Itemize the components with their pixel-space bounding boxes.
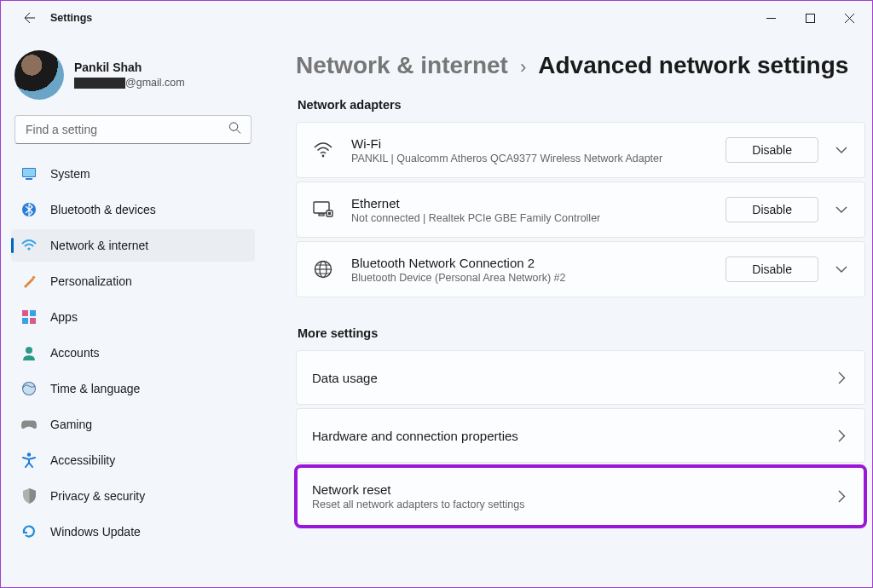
sidebar-item-apps[interactable]: Apps (11, 301, 255, 333)
wifi-icon (312, 139, 334, 161)
section-header-adapters: Network adapters (298, 98, 865, 112)
svg-rect-15 (30, 318, 36, 324)
adapter-list: Wi-Fi PANKIL | Qualcomm Atheros QCA9377 … (296, 122, 865, 297)
gaming-icon (21, 417, 37, 432)
search-icon (228, 122, 241, 138)
system-icon (21, 166, 37, 182)
svg-line-5 (237, 130, 240, 133)
close-button[interactable] (830, 1, 869, 35)
adapter-title: Bluetooth Network Connection 2 (351, 256, 726, 270)
sidebar-item-label: System (50, 167, 90, 181)
setting-title: Data usage (312, 371, 834, 385)
update-icon (21, 524, 37, 539)
setting-subtitle: Reset all network adapters to factory se… (312, 499, 834, 510)
svg-rect-24 (328, 212, 331, 215)
sidebar-item-label: Windows Update (50, 525, 141, 539)
chevron-right-icon (834, 429, 849, 442)
page-title: Advanced network settings (538, 52, 848, 79)
sidebar-item-gaming[interactable]: Gaming (11, 408, 255, 441)
profile-name: Pankil Shah (74, 60, 185, 76)
sidebar-item-privacy[interactable]: Privacy & security (11, 480, 255, 512)
sidebar-item-accessibility[interactable]: Accessibility (11, 444, 255, 476)
svg-rect-8 (26, 178, 32, 180)
sidebar-item-label: Bluetooth & devices (50, 203, 156, 216)
search-input[interactable] (14, 115, 251, 144)
sidebar-item-time[interactable]: Time & language (11, 372, 255, 405)
breadcrumb: Network & internet › Advanced network se… (296, 52, 865, 79)
avatar (14, 50, 64, 100)
profile-block[interactable]: Pankil Shah @gmail.com (11, 43, 255, 110)
setting-network-reset[interactable]: Network reset Reset all network adapters… (296, 466, 865, 527)
window-title: Settings (50, 12, 92, 24)
expand-chevron[interactable] (834, 206, 849, 214)
sidebar-item-bluetooth[interactable]: Bluetooth & devices (11, 193, 255, 226)
minimize-button[interactable] (751, 1, 790, 35)
titlebar: Settings (1, 1, 872, 35)
setting-data-usage[interactable]: Data usage (296, 350, 865, 405)
sidebar-item-label: Apps (50, 310, 78, 324)
ethernet-icon (312, 199, 334, 221)
privacy-icon (21, 488, 37, 504)
chevron-right-icon (834, 372, 849, 384)
sidebar-item-label: Accounts (50, 346, 100, 360)
adapter-title: Wi-Fi (351, 136, 726, 151)
main-content: Network & internet › Advanced network se… (262, 35, 872, 587)
network-icon (21, 238, 37, 253)
disable-button[interactable]: Disable (726, 257, 818, 282)
sidebar-item-update[interactable]: Windows Update (11, 516, 255, 548)
sidebar-item-label: Accessibility (50, 453, 115, 467)
expand-chevron[interactable] (834, 147, 849, 154)
adapter-subtitle: PANKIL | Qualcomm Atheros QCA9377 Wirele… (351, 153, 726, 164)
chevron-right-icon (834, 490, 849, 503)
section-header-more: More settings (298, 326, 865, 340)
disable-button[interactable]: Disable (726, 137, 818, 163)
setting-title: Hardware and connection properties (312, 429, 834, 443)
svg-rect-7 (23, 169, 35, 176)
svg-rect-13 (30, 310, 36, 316)
svg-rect-14 (22, 318, 28, 324)
sidebar: Pankil Shah @gmail.com System (1, 35, 262, 587)
globe-icon (312, 258, 334, 280)
breadcrumb-parent[interactable]: Network & internet (296, 52, 508, 79)
maximize-button[interactable] (790, 1, 830, 35)
accounts-icon (21, 345, 37, 360)
accessibility-icon (21, 453, 37, 468)
adapter-title: Ethernet (351, 196, 726, 210)
apps-icon (21, 309, 37, 325)
bluetooth-icon (21, 202, 37, 217)
profile-email: @gmail.com (74, 76, 185, 90)
setting-hardware-properties[interactable]: Hardware and connection properties (296, 408, 865, 463)
sidebar-item-accounts[interactable]: Accounts (11, 337, 255, 369)
setting-title: Network reset (312, 482, 834, 497)
adapter-card-ethernet: Ethernet Not connected | Realtek PCIe GB… (296, 182, 865, 238)
sidebar-item-network[interactable]: Network & internet (11, 229, 255, 262)
sidebar-item-system[interactable]: System (11, 158, 255, 190)
svg-rect-22 (319, 214, 324, 216)
window-controls (751, 1, 869, 35)
personalization-icon (21, 274, 37, 289)
sidebar-item-personalization[interactable]: Personalization (11, 265, 255, 297)
adapter-subtitle: Bluetooth Device (Personal Area Network)… (351, 272, 726, 284)
svg-point-16 (26, 347, 32, 354)
adapter-subtitle: Not connected | Realtek PCIe GBE Family … (351, 212, 726, 224)
adapter-card-bluetooth: Bluetooth Network Connection 2 Bluetooth… (296, 241, 865, 297)
sidebar-item-label: Gaming (50, 418, 92, 431)
chevron-right-icon: › (520, 56, 526, 78)
svg-point-4 (229, 123, 237, 130)
disable-button[interactable]: Disable (726, 197, 818, 222)
sidebar-item-label: Personalization (50, 274, 132, 288)
sidebar-item-label: Privacy & security (50, 489, 145, 503)
expand-chevron[interactable] (834, 266, 849, 274)
svg-point-18 (23, 383, 35, 395)
adapter-card-wifi: Wi-Fi PANKIL | Qualcomm Atheros QCA9377 … (296, 122, 865, 178)
svg-rect-1 (806, 14, 814, 22)
svg-point-19 (27, 453, 31, 456)
svg-point-10 (27, 247, 30, 250)
sidebar-item-label: Network & internet (50, 239, 148, 252)
sidebar-item-label: Time & language (50, 382, 140, 395)
svg-rect-12 (22, 310, 28, 316)
svg-point-20 (322, 155, 325, 158)
back-button[interactable] (11, 1, 45, 35)
time-icon (21, 381, 37, 396)
nav-list: System Bluetooth & devices Network & int… (11, 158, 255, 548)
